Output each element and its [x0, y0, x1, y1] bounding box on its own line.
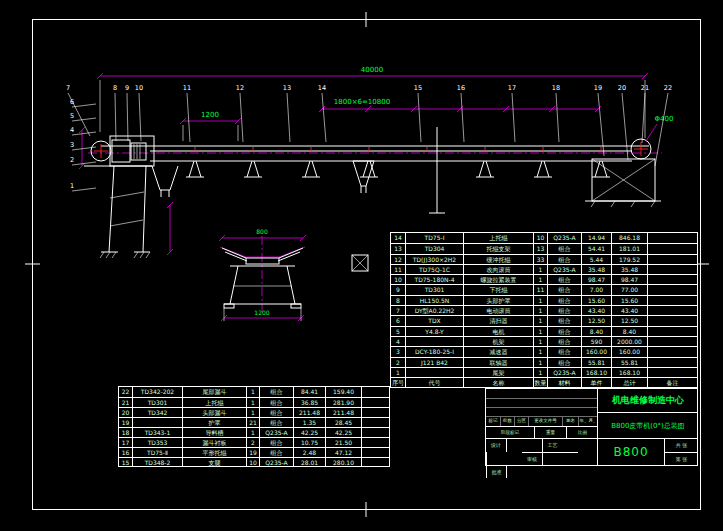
bom-cell: TD342-202 [132, 387, 182, 397]
callout-leader [72, 118, 96, 121]
callout-number: 8 [113, 84, 117, 92]
bom-row: 5Y4.8-Y电机1组合8.408.40 [391, 326, 697, 336]
bom-cell: 14 [391, 233, 405, 243]
bom-cell [647, 285, 697, 294]
role-label: 设计 [486, 439, 506, 452]
bom-row: 18TD343-1导料槽1Q235-A42.2542.25 [119, 427, 389, 437]
roles-grid: 设计 工艺 审核 批准 [486, 439, 597, 465]
bom-cell: 1 [391, 368, 405, 377]
bom-cell: 支腿 [182, 458, 246, 467]
bom-cell [647, 275, 697, 284]
bom-cell: DY型A0.22H2 [405, 306, 463, 315]
bom-cell: 280.10 [325, 458, 361, 467]
callout-number: 2 [70, 156, 74, 164]
section-view: 1200 800 [219, 228, 306, 321]
rev-header: 分区 [514, 416, 528, 426]
bom-cell: 211.48 [293, 408, 325, 417]
bom-cell: 13 [391, 244, 405, 253]
bom-cell [361, 398, 389, 407]
bom-cell: 12.50 [611, 316, 647, 325]
bom-row: 16TD75-Ⅱ平形托辊19组合2.4847.12 [119, 447, 389, 457]
callout-leader [598, 93, 604, 156]
bom-cell: 17 [119, 438, 132, 447]
bom-cell: 21 [246, 418, 259, 427]
role-label: 批准 [486, 465, 506, 478]
bom-cell: TD75-Ⅱ [132, 448, 182, 457]
bom-table-continuation: 22TD342-202尾部漏斗1组合84.41159.4021TD301上托辊1… [118, 386, 390, 467]
bom-cell: TD75-Ⅰ [405, 233, 463, 243]
bom-cell: TD353 [132, 438, 182, 447]
role-value [542, 452, 578, 465]
callout-number: 13 [283, 84, 291, 92]
bom-cell: 5 [391, 327, 405, 336]
bom-cell: Q235-A [547, 265, 581, 274]
stage-label: 阶段标记 [486, 427, 534, 438]
bom-cell: 7 [391, 306, 405, 315]
bom-cell [647, 296, 697, 305]
callout-number: 19 [594, 84, 602, 92]
bom-cell: 数量 [533, 378, 547, 387]
center-roller [246, 258, 279, 264]
bom-cell: 漏斗衬板 [182, 438, 246, 447]
bom-row: 6TDX清扫器1组合12.5012.50 [391, 315, 697, 325]
callout-number: 12 [236, 84, 244, 92]
dim-pitch: 1800×6=10800 [334, 98, 390, 106]
bom-cell: 组合 [259, 398, 293, 407]
drawing-title: B800皮带机(0°)总装图 [598, 413, 698, 439]
bom-cell: 33 [533, 255, 547, 264]
bom-cell: 组合 [259, 438, 293, 447]
bom-row: 序号代号名称数量材料单件总计备注 [391, 377, 697, 387]
title-block-main: 机电维修制造中心 B800皮带机(0°)总装图 B800 共 张 第 张 [598, 389, 698, 465]
bom-row: 19护罩21组合1.3528.45 [119, 417, 389, 427]
callout-number: 15 [414, 84, 422, 92]
bom-cell: 2000.00 [611, 337, 647, 346]
bom-cell: 35.48 [611, 265, 647, 274]
bom-cell: 98.47 [581, 275, 611, 284]
rev-header: 标记 [486, 416, 500, 426]
bom-cell [647, 233, 697, 243]
bom-cell: TD301 [405, 285, 463, 294]
bom-cell: 1 [246, 408, 259, 417]
callout-leader [418, 93, 421, 142]
role-label: 审核 [522, 452, 542, 465]
bom-cell: 托辊支架 [463, 244, 533, 253]
bom-cell: 42.25 [293, 428, 325, 437]
bom-cell: 1 [533, 306, 547, 315]
bom-cell: 54.41 [581, 244, 611, 253]
bom-cell: 21.50 [325, 438, 361, 447]
bom-row: 13TD304托辊支架13组合54.41181.01 [391, 243, 697, 253]
bom-cell: 尾部漏斗 [182, 387, 246, 397]
bom-cell: 3 [391, 347, 405, 356]
callout-leader [139, 93, 141, 141]
bom-cell: 单件 [581, 378, 611, 387]
bom-cell: 上托辊 [463, 233, 533, 243]
bom-row: 20TD342头部漏斗1组合211.48211.48 [119, 407, 389, 417]
callout-leader [622, 93, 628, 160]
bom-cell: Q235-A [259, 458, 293, 467]
bom-cell: 1 [533, 327, 547, 336]
bom-row: 12TD(J)300×2H2缓冲托辊33组合5.44179.52 [391, 254, 697, 264]
bom-cell [647, 306, 697, 315]
bom-row: 8HL150.5N头部护罩1组合15.6015.60 [391, 295, 697, 305]
bom-cell [361, 387, 389, 397]
bom-cell: 1 [533, 265, 547, 274]
bom-cell: J121 B42 [405, 358, 463, 367]
bom-cell [647, 255, 697, 264]
bom-row: 11TD75Q-1C改向滚筒1Q235-A35.4835.48 [391, 264, 697, 274]
bom-cell: Q235-A [547, 368, 581, 377]
bom-cell [405, 337, 463, 346]
bom-cell: 28.01 [293, 458, 325, 467]
bom-cell: HL150.5N [405, 296, 463, 305]
bom-cell: 尾架 [463, 368, 533, 377]
bom-cell: Y4.8-Y [405, 327, 463, 336]
bom-cell: 20 [119, 408, 132, 417]
bom-cell: 2 [391, 358, 405, 367]
conveyor-stands [186, 161, 610, 177]
callout-number: 3 [70, 141, 74, 149]
bom-cell: 77.00 [611, 285, 647, 294]
bom-cell: 19 [246, 448, 259, 457]
bom-cell: 12 [391, 255, 405, 264]
bom-row: 14TD75-Ⅰ上托辊10Q235-A14.94846.18 [391, 233, 697, 243]
bom-cell: 10 [533, 233, 547, 243]
bom-cell: 98.47 [611, 275, 647, 284]
